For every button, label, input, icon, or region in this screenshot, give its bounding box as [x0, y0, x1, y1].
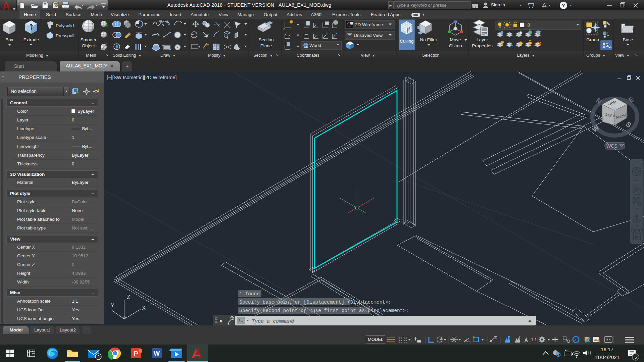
svg-text:2: 2	[97, 355, 100, 359]
svg-text:Gizmo: Gizmo	[449, 43, 462, 48]
svg-text:Group: Group	[586, 37, 599, 42]
svg-text:Object: Object	[82, 43, 95, 48]
svg-text:Properties: Properties	[472, 43, 493, 48]
svg-text:1:1: 1:1	[531, 337, 537, 342]
svg-text:World: World	[309, 43, 321, 48]
svg-text:Culling: Culling	[400, 39, 413, 44]
svg-text:Base: Base	[623, 37, 633, 42]
svg-text:Unsaved View: Unsaved View	[354, 33, 383, 38]
svg-text:16:17: 16:17	[601, 347, 613, 352]
svg-text:5: 5	[634, 355, 637, 360]
svg-text:P: P	[134, 350, 138, 357]
svg-text:W: W	[154, 350, 160, 357]
svg-text:Layer: Layer	[477, 37, 488, 42]
svg-text:Section: Section	[258, 37, 274, 42]
svg-text:X: X	[142, 305, 146, 311]
svg-text:Z: Z	[127, 294, 130, 300]
svg-text:z: z	[326, 33, 328, 36]
svg-text:2D Wireframe: 2D Wireframe	[355, 22, 383, 27]
svg-text:Type a command: Type a command	[252, 319, 294, 324]
svg-text:Specify base point or [Displac: Specify base point or [Displacement] <Di…	[239, 300, 391, 305]
svg-text:Smooth: Smooth	[81, 37, 96, 42]
svg-text:Move: Move	[450, 37, 461, 42]
svg-text:Presspull: Presspull	[56, 33, 75, 38]
svg-text:Y: Y	[111, 303, 114, 308]
svg-text:A: A	[2, 0, 10, 10]
svg-text:3: 3	[336, 33, 337, 36]
svg-text:Extrude: Extrude	[23, 37, 39, 42]
svg-text:1 found: 1 found	[239, 291, 260, 297]
svg-text:x: x	[219, 318, 222, 323]
svg-text:Box: Box	[5, 37, 13, 42]
svg-text:[−][SW Isometric][2D Wireframe: [−][SW Isometric][2D Wireframe]	[107, 75, 177, 80]
svg-text:11/04/2021: 11/04/2021	[595, 354, 620, 360]
svg-text:x: x	[289, 34, 291, 37]
svg-text:Plane: Plane	[260, 43, 272, 48]
svg-text:0: 0	[528, 22, 530, 28]
svg-text:No Filter: No Filter	[420, 37, 437, 42]
svg-text:Polysolid: Polysolid	[56, 23, 74, 28]
svg-text:WCS: WCS	[606, 143, 617, 149]
svg-text:Specify second point or <use f: Specify second point or <use first point…	[239, 308, 409, 313]
